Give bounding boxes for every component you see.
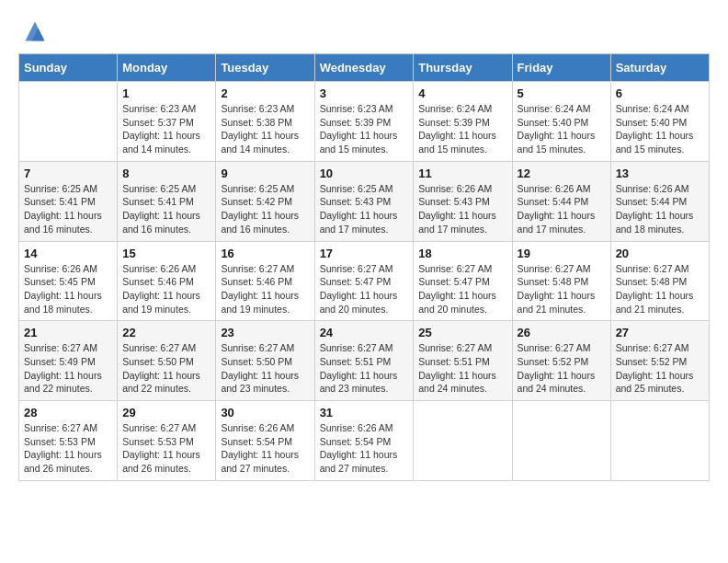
day-info: Sunrise: 6:23 AMSunset: 5:39 PMDaylight:… [320,102,409,156]
day-number: 8 [122,167,210,180]
day-number: 20 [616,247,704,260]
day-info: Sunrise: 6:27 AMSunset: 5:50 PMDaylight:… [122,341,210,396]
calendar-cell [610,401,709,481]
header-thursday: Thursday [414,54,512,82]
calendar-cell: 17Sunrise: 6:27 AMSunset: 5:47 PMDayligh… [314,241,414,321]
calendar-cell: 16Sunrise: 6:27 AMSunset: 5:46 PMDayligh… [216,241,314,321]
day-number: 30 [221,406,309,419]
calendar-cell: 21Sunrise: 6:27 AMSunset: 5:49 PMDayligh… [19,321,118,401]
calendar-cell [19,82,118,162]
calendar-cell: 1Sunrise: 6:23 AMSunset: 5:37 PMDaylight… [118,82,216,162]
header-tuesday: Tuesday [216,54,314,82]
calendar-cell: 6Sunrise: 6:24 AMSunset: 5:40 PMDaylight… [610,82,709,162]
calendar-cell: 7Sunrise: 6:25 AMSunset: 5:41 PMDaylight… [19,161,118,241]
calendar-table: SundayMondayTuesdayWednesdayThursdayFrid… [18,53,710,481]
day-number: 15 [122,247,210,260]
week-row-5: 28Sunrise: 6:27 AMSunset: 5:53 PMDayligh… [19,401,710,481]
week-row-2: 7Sunrise: 6:25 AMSunset: 5:41 PMDaylight… [19,161,710,241]
day-info: Sunrise: 6:26 AMSunset: 5:54 PMDaylight:… [221,421,309,476]
calendar-cell: 23Sunrise: 6:27 AMSunset: 5:50 PMDayligh… [216,321,314,401]
header-wednesday: Wednesday [314,54,414,82]
day-info: Sunrise: 6:25 AMSunset: 5:41 PMDaylight:… [24,182,112,236]
day-info: Sunrise: 6:25 AMSunset: 5:41 PMDaylight:… [122,182,210,236]
day-info: Sunrise: 6:27 AMSunset: 5:53 PMDaylight:… [122,421,210,476]
day-info: Sunrise: 6:26 AMSunset: 5:46 PMDaylight:… [122,262,210,316]
day-number: 6 [616,86,704,100]
day-number: 4 [418,86,506,100]
calendar-cell: 24Sunrise: 6:27 AMSunset: 5:51 PMDayligh… [314,321,414,401]
day-info: Sunrise: 6:27 AMSunset: 5:52 PMDaylight:… [616,341,704,396]
calendar-cell: 22Sunrise: 6:27 AMSunset: 5:50 PMDayligh… [118,321,216,401]
calendar-cell: 25Sunrise: 6:27 AMSunset: 5:51 PMDayligh… [414,321,512,401]
logo-icon [22,18,48,44]
day-info: Sunrise: 6:26 AMSunset: 5:44 PMDaylight:… [518,182,606,236]
calendar-cell [512,401,610,481]
calendar-cell: 31Sunrise: 6:26 AMSunset: 5:54 PMDayligh… [314,401,414,481]
calendar-cell: 5Sunrise: 6:24 AMSunset: 5:40 PMDaylight… [512,82,610,162]
day-info: Sunrise: 6:27 AMSunset: 5:52 PMDaylight:… [518,341,606,396]
day-info: Sunrise: 6:26 AMSunset: 5:54 PMDaylight:… [320,421,409,476]
day-info: Sunrise: 6:27 AMSunset: 5:48 PMDaylight:… [616,262,704,316]
day-number: 25 [418,326,506,339]
day-number: 26 [518,326,606,339]
calendar-cell: 29Sunrise: 6:27 AMSunset: 5:53 PMDayligh… [118,401,216,481]
day-info: Sunrise: 6:26 AMSunset: 5:43 PMDaylight:… [418,182,506,236]
day-info: Sunrise: 6:26 AMSunset: 5:45 PMDaylight:… [24,262,112,316]
day-info: Sunrise: 6:26 AMSunset: 5:44 PMDaylight:… [616,182,704,236]
day-number: 22 [122,326,210,339]
day-info: Sunrise: 6:27 AMSunset: 5:53 PMDaylight:… [24,421,112,476]
day-number: 23 [221,326,309,339]
calendar-cell: 13Sunrise: 6:26 AMSunset: 5:44 PMDayligh… [610,161,709,241]
week-row-4: 21Sunrise: 6:27 AMSunset: 5:49 PMDayligh… [19,321,710,401]
day-info: Sunrise: 6:24 AMSunset: 5:39 PMDaylight:… [418,102,506,156]
day-number: 27 [616,326,704,339]
calendar-header-row: SundayMondayTuesdayWednesdayThursdayFrid… [19,54,710,82]
day-number: 3 [320,86,409,100]
day-number: 17 [320,247,409,260]
day-number: 11 [418,167,506,180]
day-number: 28 [24,406,112,419]
header-friday: Friday [512,54,610,82]
day-number: 24 [320,326,409,339]
week-row-1: 1Sunrise: 6:23 AMSunset: 5:37 PMDaylight… [19,82,710,162]
day-info: Sunrise: 6:24 AMSunset: 5:40 PMDaylight:… [518,102,606,156]
day-info: Sunrise: 6:24 AMSunset: 5:40 PMDaylight:… [616,102,704,156]
calendar-cell: 18Sunrise: 6:27 AMSunset: 5:47 PMDayligh… [414,241,512,321]
calendar-cell: 28Sunrise: 6:27 AMSunset: 5:53 PMDayligh… [19,401,118,481]
day-number: 5 [518,86,606,100]
calendar-cell: 3Sunrise: 6:23 AMSunset: 5:39 PMDaylight… [314,82,414,162]
day-info: Sunrise: 6:23 AMSunset: 5:38 PMDaylight:… [221,102,309,156]
day-number: 12 [518,167,606,180]
week-row-3: 14Sunrise: 6:26 AMSunset: 5:45 PMDayligh… [19,241,710,321]
day-number: 10 [320,167,409,180]
day-info: Sunrise: 6:27 AMSunset: 5:49 PMDaylight:… [24,341,112,396]
calendar-cell: 2Sunrise: 6:23 AMSunset: 5:38 PMDaylight… [216,82,314,162]
calendar-cell: 8Sunrise: 6:25 AMSunset: 5:41 PMDaylight… [118,161,216,241]
logo [18,18,48,44]
calendar-cell: 4Sunrise: 6:24 AMSunset: 5:39 PMDaylight… [414,82,512,162]
day-info: Sunrise: 6:27 AMSunset: 5:47 PMDaylight:… [418,262,506,316]
day-info: Sunrise: 6:27 AMSunset: 5:51 PMDaylight:… [320,341,409,396]
calendar-cell: 10Sunrise: 6:25 AMSunset: 5:43 PMDayligh… [314,161,414,241]
day-number: 18 [418,247,506,260]
header-saturday: Saturday [610,54,709,82]
day-number: 1 [122,86,210,100]
day-number: 14 [24,247,112,260]
day-number: 31 [320,406,409,419]
day-info: Sunrise: 6:27 AMSunset: 5:50 PMDaylight:… [221,341,309,396]
day-number: 13 [616,167,704,180]
day-number: 29 [122,406,210,419]
calendar-cell: 15Sunrise: 6:26 AMSunset: 5:46 PMDayligh… [118,241,216,321]
day-info: Sunrise: 6:25 AMSunset: 5:42 PMDaylight:… [221,182,309,236]
page-header [18,18,710,44]
day-number: 9 [221,167,309,180]
day-number: 7 [24,167,112,180]
day-info: Sunrise: 6:23 AMSunset: 5:37 PMDaylight:… [122,102,210,156]
day-info: Sunrise: 6:27 AMSunset: 5:51 PMDaylight:… [418,341,506,396]
header-sunday: Sunday [19,54,118,82]
calendar-cell: 20Sunrise: 6:27 AMSunset: 5:48 PMDayligh… [610,241,709,321]
calendar-cell: 11Sunrise: 6:26 AMSunset: 5:43 PMDayligh… [414,161,512,241]
day-number: 2 [221,86,309,100]
day-number: 19 [518,247,606,260]
calendar-cell: 27Sunrise: 6:27 AMSunset: 5:52 PMDayligh… [610,321,709,401]
